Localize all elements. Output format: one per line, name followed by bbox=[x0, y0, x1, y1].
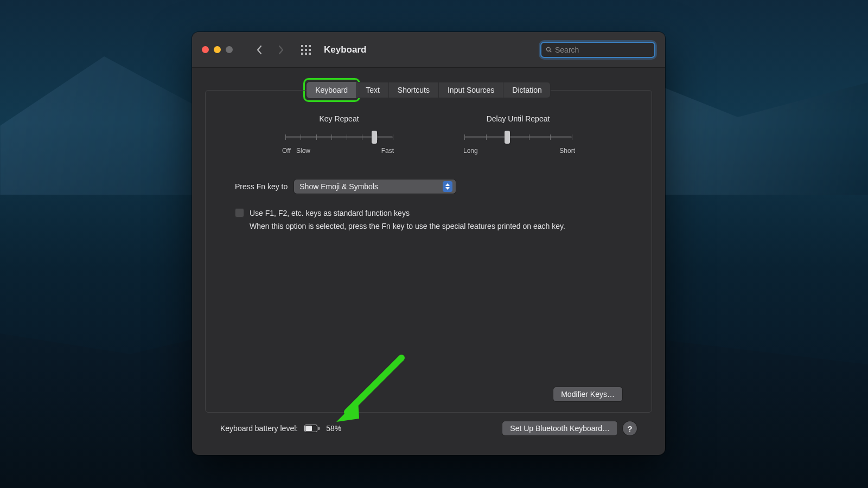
delay-repeat-slider[interactable] bbox=[464, 131, 572, 144]
delay-repeat-label: Delay Until Repeat bbox=[487, 114, 550, 123]
search-icon bbox=[546, 46, 552, 54]
svg-rect-7 bbox=[305, 53, 307, 55]
minimize-window-button[interactable] bbox=[214, 46, 221, 53]
fn-key-label: Press Fn key to bbox=[235, 182, 288, 191]
preferences-window: Keyboard KeyboardTextShortcutsInput Sour… bbox=[192, 32, 665, 455]
key-repeat-label: Key Repeat bbox=[319, 114, 359, 123]
key-repeat-block: Key Repeat Off Slow Fast bbox=[285, 114, 393, 156]
window-toolbar: Keyboard bbox=[192, 32, 665, 68]
svg-rect-2 bbox=[309, 45, 311, 47]
show-all-prefs-button[interactable] bbox=[297, 41, 315, 59]
tab-bar: KeyboardTextShortcutsInput SourcesDictat… bbox=[307, 82, 551, 98]
tab-dictation[interactable]: Dictation bbox=[503, 82, 550, 98]
standard-fkeys-desc: When this option is selected, press the … bbox=[250, 221, 565, 232]
battery-level-value: 58% bbox=[326, 424, 341, 433]
key-repeat-slider[interactable] bbox=[285, 131, 393, 144]
delay-repeat-short-label: Short bbox=[559, 147, 575, 155]
svg-rect-3 bbox=[301, 49, 303, 51]
window-title: Keyboard bbox=[324, 44, 366, 55]
standard-fkeys-label: Use F1, F2, etc. keys as standard functi… bbox=[250, 208, 565, 219]
search-input[interactable] bbox=[555, 43, 650, 57]
popup-arrows-icon bbox=[443, 181, 452, 192]
window-content: KeyboardTextShortcutsInput SourcesDictat… bbox=[192, 68, 665, 455]
svg-rect-0 bbox=[301, 45, 303, 47]
tab-input-sources[interactable]: Input Sources bbox=[439, 82, 503, 98]
battery-icon bbox=[304, 425, 320, 432]
back-button[interactable] bbox=[250, 41, 269, 59]
forward-button[interactable] bbox=[272, 41, 290, 59]
close-window-button[interactable] bbox=[202, 46, 209, 53]
help-button[interactable]: ? bbox=[623, 421, 637, 435]
svg-rect-4 bbox=[305, 49, 307, 51]
svg-rect-6 bbox=[301, 53, 303, 55]
svg-rect-5 bbox=[309, 49, 311, 51]
setup-bluetooth-keyboard-button[interactable]: Set Up Bluetooth Keyboard… bbox=[502, 421, 617, 435]
window-controls bbox=[202, 46, 233, 53]
battery-level-label: Keyboard battery level: bbox=[220, 424, 298, 433]
search-field-wrap[interactable] bbox=[540, 42, 655, 58]
tab-shortcuts[interactable]: Shortcuts bbox=[389, 82, 439, 98]
svg-point-9 bbox=[546, 47, 550, 51]
delay-repeat-block: Delay Until Repeat Long Short bbox=[464, 114, 572, 156]
tab-text[interactable]: Text bbox=[357, 82, 389, 98]
svg-rect-8 bbox=[309, 53, 311, 55]
fn-key-popup-value: Show Emoji & Symbols bbox=[299, 182, 437, 191]
window-footer: Keyboard battery level: 58% Set Up Bluet… bbox=[205, 413, 652, 444]
zoom-window-button[interactable] bbox=[226, 46, 233, 53]
modifier-keys-button[interactable]: Modifier Keys… bbox=[553, 387, 622, 401]
key-repeat-off-label: Off bbox=[282, 147, 291, 155]
key-repeat-slow-label: Slow bbox=[296, 147, 310, 155]
fn-key-popup[interactable]: Show Emoji & Symbols bbox=[294, 179, 456, 194]
svg-line-10 bbox=[550, 51, 552, 53]
svg-rect-1 bbox=[305, 45, 307, 47]
key-repeat-fast-label: Fast bbox=[381, 147, 394, 155]
tab-keyboard[interactable]: Keyboard bbox=[307, 82, 357, 98]
standard-fkeys-text: Use F1, F2, etc. keys as standard functi… bbox=[250, 208, 565, 232]
delay-repeat-long-label: Long bbox=[463, 147, 478, 155]
keyboard-panel: Key Repeat Off Slow Fast Delay Until Rep… bbox=[205, 90, 652, 413]
standard-fkeys-checkbox[interactable] bbox=[235, 208, 244, 217]
